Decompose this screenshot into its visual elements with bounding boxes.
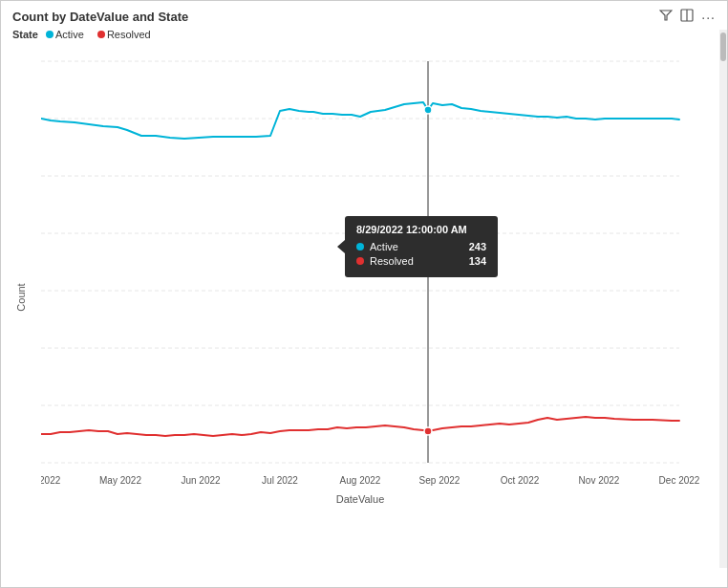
chart-svg: 260 240 220 200 180 160 140 120 Apr 2022… bbox=[41, 52, 710, 520]
svg-point-31 bbox=[424, 427, 432, 435]
legend-item-resolved: Resolved bbox=[97, 29, 151, 40]
svg-text:Jul 2022: Jul 2022 bbox=[262, 475, 298, 486]
more-icon[interactable]: ··· bbox=[701, 10, 716, 25]
svg-marker-0 bbox=[660, 11, 672, 20]
expand-icon[interactable] bbox=[680, 9, 694, 25]
scrollbar[interactable] bbox=[719, 30, 727, 568]
scrollbar-thumb[interactable] bbox=[720, 33, 726, 61]
chart-title: Count by DateValue and State bbox=[12, 10, 188, 24]
chart-container: Count by DateValue and State ··· State A… bbox=[0, 0, 728, 588]
svg-text:May 2022: May 2022 bbox=[99, 475, 141, 486]
chart-header: Count by DateValue and State ··· bbox=[1, 1, 727, 27]
svg-text:Nov 2022: Nov 2022 bbox=[579, 475, 620, 486]
svg-point-30 bbox=[424, 106, 432, 114]
filter-icon[interactable] bbox=[659, 9, 673, 25]
legend: State Active Resolved bbox=[1, 27, 727, 44]
svg-text:Aug 2022: Aug 2022 bbox=[340, 475, 381, 486]
svg-text:Dec 2022: Dec 2022 bbox=[659, 475, 700, 486]
legend-state-label: State bbox=[12, 29, 38, 40]
legend-dot-active bbox=[46, 31, 54, 38]
svg-text:Jun 2022: Jun 2022 bbox=[181, 475, 221, 486]
legend-dot-resolved bbox=[97, 31, 105, 38]
legend-item-active: Active bbox=[46, 29, 84, 40]
legend-active-label: Active bbox=[55, 29, 84, 40]
chart-icons: ··· bbox=[659, 9, 716, 25]
y-axis-label: Count bbox=[15, 283, 27, 311]
svg-text:Apr 2022: Apr 2022 bbox=[41, 475, 61, 486]
legend-resolved-label: Resolved bbox=[107, 29, 151, 40]
svg-text:DateValue: DateValue bbox=[336, 493, 385, 505]
svg-text:Oct 2022: Oct 2022 bbox=[501, 475, 540, 486]
svg-text:Sep 2022: Sep 2022 bbox=[419, 475, 460, 486]
